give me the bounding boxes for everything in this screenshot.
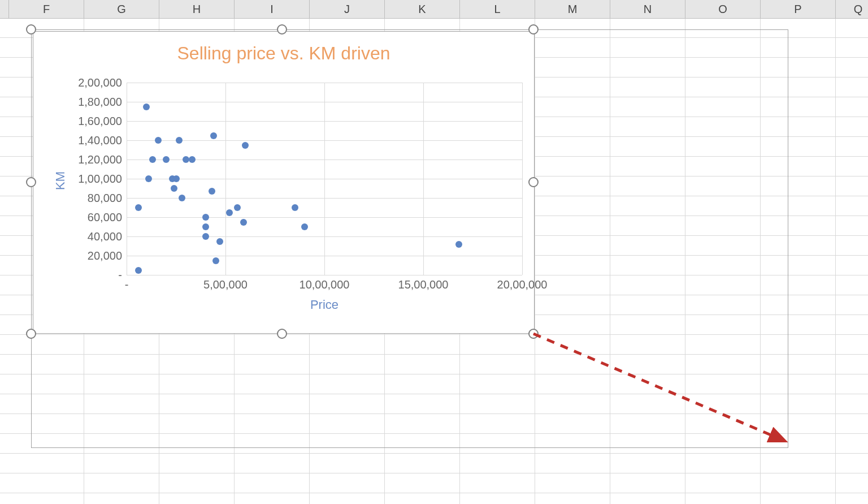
selection-handle[interactable] bbox=[26, 177, 36, 187]
gridline-horizontal bbox=[127, 256, 522, 256]
column-header-G[interactable]: G bbox=[84, 0, 159, 18]
x-axis-title[interactable]: Price bbox=[127, 298, 522, 312]
chart-title[interactable]: Selling price vs. KM driven bbox=[33, 43, 534, 64]
data-point[interactable] bbox=[209, 188, 215, 195]
gridline-horizontal bbox=[127, 140, 522, 141]
x-tick-label: 20,00,000 bbox=[497, 278, 548, 291]
svg-line-0 bbox=[533, 334, 785, 441]
x-tick-label: - bbox=[125, 278, 129, 291]
column-header-O[interactable]: O bbox=[685, 0, 761, 18]
y-tick-label: 1,80,000 bbox=[78, 96, 122, 109]
selection-handle[interactable] bbox=[528, 24, 539, 35]
data-point[interactable] bbox=[455, 241, 462, 248]
data-point[interactable] bbox=[202, 214, 209, 221]
gridline-horizontal bbox=[127, 83, 522, 83]
column-header-Q[interactable]: Q bbox=[836, 0, 868, 18]
data-point[interactable] bbox=[149, 156, 156, 163]
data-point[interactable] bbox=[145, 175, 152, 182]
gridline-horizontal bbox=[127, 275, 522, 275]
data-point[interactable] bbox=[212, 257, 219, 264]
selection-handle[interactable] bbox=[26, 24, 36, 35]
x-tick-label: 10,00,000 bbox=[300, 278, 350, 291]
x-tick-label: 5,00,000 bbox=[203, 278, 248, 291]
column-header-P[interactable]: P bbox=[761, 0, 836, 18]
data-point[interactable] bbox=[171, 185, 177, 192]
selection-handle[interactable] bbox=[277, 329, 287, 339]
data-point[interactable] bbox=[202, 223, 209, 230]
y-tick-label: 80,000 bbox=[88, 192, 122, 205]
selection-handle[interactable] bbox=[277, 24, 287, 35]
data-point[interactable] bbox=[202, 233, 209, 240]
selection-handle[interactable] bbox=[26, 329, 36, 339]
gridline-horizontal bbox=[127, 198, 522, 199]
column-header-H[interactable]: H bbox=[159, 0, 235, 18]
data-point[interactable] bbox=[155, 137, 162, 144]
data-point[interactable] bbox=[240, 219, 247, 226]
column-header-I[interactable]: I bbox=[235, 0, 310, 18]
data-point[interactable] bbox=[163, 156, 170, 163]
y-tick-label: 20,000 bbox=[88, 249, 122, 262]
data-point[interactable] bbox=[143, 104, 150, 110]
plot-area[interactable]: -5,00,00010,00,00015,00,00020,00,000-20,… bbox=[127, 83, 522, 275]
column-header-row: FGHIJKLMNOPQ bbox=[0, 0, 868, 19]
y-tick-label: 2,00,000 bbox=[78, 76, 122, 89]
y-tick-label: 40,000 bbox=[88, 230, 122, 243]
chart-canvas[interactable]: Selling price vs. KM driven KM -5,00,000… bbox=[33, 31, 535, 334]
selection-handle[interactable] bbox=[528, 177, 539, 187]
column-header-K[interactable]: K bbox=[385, 0, 460, 18]
y-tick-label: 1,40,000 bbox=[78, 134, 122, 147]
data-point[interactable] bbox=[292, 204, 298, 211]
column-header-F[interactable]: F bbox=[9, 0, 84, 18]
data-point[interactable] bbox=[234, 204, 241, 211]
y-axis-title[interactable]: KM bbox=[53, 171, 68, 190]
y-tick-label: 1,60,000 bbox=[78, 115, 122, 128]
data-point[interactable] bbox=[179, 195, 185, 201]
y-tick-label: - bbox=[118, 269, 122, 282]
gridline-horizontal bbox=[127, 102, 522, 102]
data-point[interactable] bbox=[173, 175, 180, 182]
column-header-N[interactable]: N bbox=[610, 0, 685, 18]
data-point[interactable] bbox=[226, 209, 233, 216]
data-point[interactable] bbox=[210, 132, 217, 139]
y-tick-label: 1,00,000 bbox=[78, 173, 122, 186]
data-point[interactable] bbox=[135, 267, 142, 274]
y-tick-label: 60,000 bbox=[88, 211, 122, 224]
data-point[interactable] bbox=[242, 142, 249, 149]
column-header-L[interactable]: L bbox=[460, 0, 535, 18]
data-point[interactable] bbox=[216, 238, 223, 245]
column-header-J[interactable]: J bbox=[310, 0, 385, 18]
data-point[interactable] bbox=[189, 156, 196, 163]
gridline-horizontal bbox=[127, 236, 522, 237]
gridline-horizontal bbox=[127, 121, 522, 122]
data-point[interactable] bbox=[135, 204, 142, 211]
data-point[interactable] bbox=[301, 223, 308, 230]
gridline-horizontal bbox=[127, 179, 522, 179]
data-point[interactable] bbox=[176, 137, 183, 144]
resize-drag-arrow bbox=[528, 328, 797, 453]
y-tick-label: 1,20,000 bbox=[78, 153, 122, 166]
gridline-horizontal bbox=[127, 217, 522, 218]
x-tick-label: 15,00,000 bbox=[398, 278, 449, 291]
column-header-M[interactable]: M bbox=[535, 0, 610, 18]
